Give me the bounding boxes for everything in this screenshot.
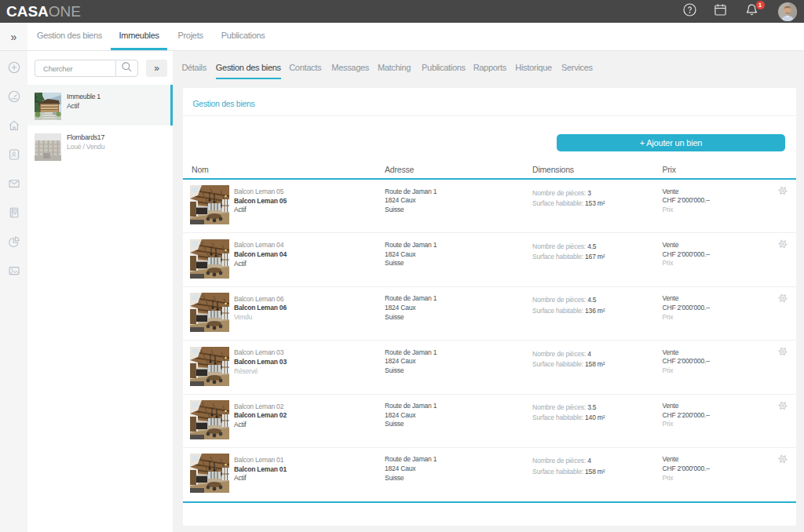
rail-journal-button[interactable] xyxy=(7,206,21,220)
price-value: CHF 2'200'000.– xyxy=(663,411,797,421)
rooms-label: Nombre de pièces: xyxy=(532,242,586,250)
address-street: Route de Jaman 1 xyxy=(385,402,532,411)
panel-expand-button[interactable]: » xyxy=(146,60,167,77)
price-type: Vente xyxy=(663,348,797,358)
nav-tab-immeubles[interactable]: Immeubles xyxy=(111,23,167,50)
column-header-adresse: Adresse xyxy=(385,165,532,178)
calendar-icon xyxy=(713,2,728,20)
app-body: » Immeuble 1ActifFlombards17Loué / Vendu… xyxy=(0,51,804,532)
row-settings-button[interactable] xyxy=(778,401,788,410)
search-button[interactable] xyxy=(115,60,138,77)
add-property-button[interactable]: + Ajouter un bien xyxy=(557,134,785,151)
detail-tab-messages[interactable]: Messages xyxy=(331,61,369,79)
surface-label: Surface habitable: xyxy=(532,199,583,207)
gear-icon xyxy=(778,186,788,195)
user-avatar[interactable] xyxy=(778,2,797,21)
surface-label: Surface habitable: xyxy=(532,468,583,476)
gestion-des-biens-card: Gestion des biens + Ajouter un bien NomA… xyxy=(183,88,796,526)
rail-dashboard-button[interactable] xyxy=(7,89,21,104)
journal-icon xyxy=(7,206,21,220)
address-country: Suisse xyxy=(385,313,532,322)
calendar-button[interactable] xyxy=(713,4,728,19)
search-input[interactable] xyxy=(35,60,115,77)
notifications-button[interactable]: 1 xyxy=(744,4,759,19)
detail-tabs: DétailsGestion des biensContactsMessages… xyxy=(173,51,804,79)
rail-photos-button[interactable] xyxy=(7,264,21,278)
price-label: Prix xyxy=(663,313,797,322)
row-settings-button[interactable] xyxy=(778,454,788,464)
property-row[interactable]: Balcon Leman 06 Balcon Leman 06 Vendu Ro… xyxy=(183,287,796,341)
rail-plus-circle-button[interactable] xyxy=(7,60,21,75)
help-button[interactable] xyxy=(682,4,697,19)
mail-icon xyxy=(7,177,21,191)
property-row[interactable]: Balcon Leman 02 Balcon Leman 02 Actif Ro… xyxy=(183,395,796,448)
detail-tab-rapports[interactable]: Rapports xyxy=(473,61,506,79)
rail-home-button[interactable] xyxy=(7,118,21,133)
price-type: Vente xyxy=(663,294,797,304)
property-price: Vente CHF 2'200'000.– Prix xyxy=(663,395,797,447)
building-list-item[interactable]: Immeuble 1Actif xyxy=(27,85,173,126)
module-navbar: » Gestion des biensImmeublesProjetsPubli… xyxy=(0,23,804,51)
price-label: Prix xyxy=(663,259,797,268)
property-row[interactable]: Balcon Leman 03 Balcon Leman 03 Réservé … xyxy=(183,341,796,394)
row-settings-button[interactable] xyxy=(778,239,788,249)
price-type: Vente xyxy=(663,455,797,465)
price-value: CHF 2'000'000.– xyxy=(663,304,797,313)
nav-tab-projets[interactable]: Projets xyxy=(177,23,203,50)
rooms-value: 4.5 xyxy=(587,296,596,304)
surface-value: 158 m² xyxy=(585,468,605,476)
building-list-item[interactable]: Flombards17Loué / Vendu xyxy=(27,126,173,166)
surface-label: Surface habitable: xyxy=(532,253,583,261)
rail-contact-card-button[interactable] xyxy=(7,148,21,162)
rail-mail-button[interactable] xyxy=(7,177,21,191)
address-street: Route de Jaman 1 xyxy=(385,188,532,197)
surface-value: 158 m² xyxy=(585,360,605,368)
nav-tab-publications[interactable]: Publications xyxy=(221,23,265,50)
address-city: 1824 Caux xyxy=(385,357,532,366)
property-status: Actif xyxy=(234,474,287,483)
building-thumbnail xyxy=(35,93,61,120)
notification-badge: 1 xyxy=(756,1,765,9)
property-reference: Balcon Leman 03 xyxy=(234,348,287,358)
property-row[interactable]: Balcon Leman 05 Balcon Leman 05 Actif Ro… xyxy=(183,180,796,233)
detail-tab-services[interactable]: Services xyxy=(561,61,593,79)
price-value: CHF 2'000'000.– xyxy=(663,357,797,366)
property-address: Route de Jaman 1 1824 Caux Suisse xyxy=(385,180,532,232)
price-value: CHF 2'000'000.– xyxy=(663,196,797,206)
property-row[interactable]: Balcon Leman 01 Balcon Leman 01 Actif Ro… xyxy=(183,448,796,501)
property-dimensions: Nombre de pièces: 4.5 Surface habitable:… xyxy=(532,287,663,340)
topbar: CASAONE 1 xyxy=(0,0,804,23)
address-street: Route de Jaman 1 xyxy=(385,294,532,304)
property-name: Balcon Leman 04 xyxy=(234,250,287,260)
row-settings-button[interactable] xyxy=(778,186,788,195)
row-settings-button[interactable] xyxy=(778,293,788,303)
property-status: Réservé xyxy=(234,367,287,377)
price-type: Vente xyxy=(663,241,797,250)
detail-tab-historique[interactable]: Historique xyxy=(515,61,552,79)
price-value: CHF 2'000'000.– xyxy=(663,250,797,260)
sidebar-collapse-button[interactable]: » xyxy=(0,23,27,50)
detail-tab-contacts[interactable]: Contacts xyxy=(289,61,321,79)
column-header-prix: Prix xyxy=(663,165,797,178)
row-settings-button[interactable] xyxy=(778,347,788,356)
rooms-value: 4 xyxy=(587,350,591,358)
plus-circle-icon xyxy=(7,60,21,75)
property-price: Vente CHF 2'000'000.– Prix xyxy=(663,233,797,286)
gear-icon xyxy=(778,239,788,249)
nav-tab-gestion-des-biens[interactable]: Gestion des biens xyxy=(37,23,102,50)
property-name: Balcon Leman 01 xyxy=(234,465,287,475)
building-title: Flombards17 xyxy=(67,133,104,143)
address-country: Suisse xyxy=(385,366,532,376)
rail-pie-chart-button[interactable] xyxy=(7,235,21,249)
property-status: Actif xyxy=(234,206,287,215)
detail-tab-gestion-des-biens[interactable]: Gestion des biens xyxy=(216,61,281,79)
card-title: Gestion des biens xyxy=(193,99,255,108)
property-reference: Balcon Leman 06 xyxy=(234,295,287,304)
table-body: Balcon Leman 05 Balcon Leman 05 Actif Ro… xyxy=(183,180,796,503)
price-value: CHF 2'000'000.– xyxy=(663,465,797,474)
property-row[interactable]: Balcon Leman 04 Balcon Leman 04 Actif Ro… xyxy=(183,233,796,286)
detail-tab-matching[interactable]: Matching xyxy=(378,61,411,79)
detail-tab-details[interactable]: Détails xyxy=(181,61,206,79)
detail-tab-publications[interactable]: Publications xyxy=(422,61,466,79)
price-type: Vente xyxy=(663,402,797,411)
